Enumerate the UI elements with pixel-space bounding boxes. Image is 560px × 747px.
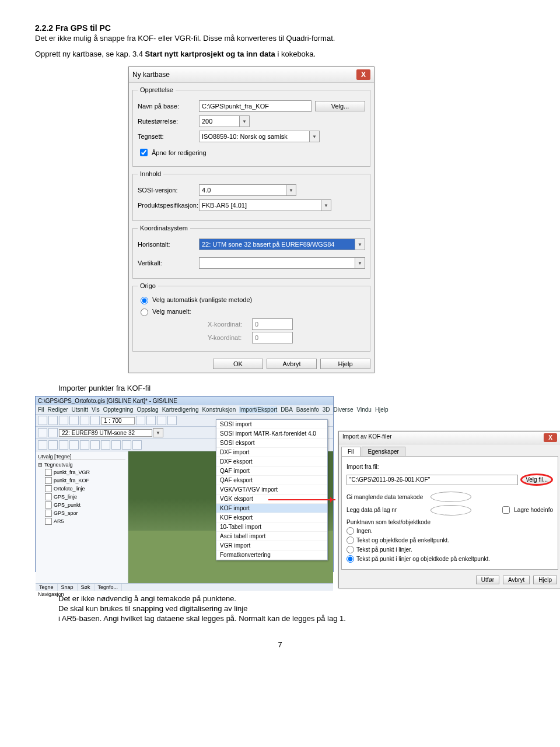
field-temakode[interactable] [430, 492, 471, 502]
checkbox-apne-redigering[interactable] [140, 149, 148, 156]
tree-item[interactable]: GPS_punkt [54, 502, 80, 508]
field-produktspesifikasjon[interactable]: FKB-AR5 [4.01] [199, 199, 321, 211]
radio-ingen[interactable] [346, 527, 354, 535]
toolbar-icon[interactable] [38, 428, 47, 437]
status-tegninfo[interactable]: Tegnfo... [94, 584, 123, 591]
tab-fil[interactable]: Fil [341, 447, 360, 456]
menu-item-qaf-import[interactable]: QAF import [216, 467, 327, 476]
chevron-down-icon[interactable]: ▼ [355, 239, 365, 250]
menu-konstruksjon[interactable]: Konstruksjon [202, 406, 236, 413]
radio-velg-automatisk[interactable] [141, 297, 148, 304]
scale-field[interactable]: 1 : 700 [101, 417, 135, 425]
toolbar-icon[interactable] [48, 416, 58, 425]
radio-tekst-objektkode[interactable] [346, 536, 354, 544]
checkbox-lagre-hodeinfo[interactable] [502, 506, 510, 514]
field-rutestorrelse[interactable]: 200 [199, 115, 240, 127]
chevron-down-icon[interactable]: ▼ [239, 115, 250, 127]
search-icon[interactable] [167, 416, 177, 425]
toolbar-icon[interactable] [122, 440, 131, 450]
toolbar-icon[interactable] [136, 416, 145, 425]
field-lag-nr[interactable] [430, 505, 471, 515]
menu-diverse[interactable]: Diverse [334, 406, 354, 413]
menu-item-10tabell-import[interactable]: 10-Tabell import [216, 522, 327, 532]
menu-baseinfo[interactable]: Baseinfo [296, 406, 319, 413]
hjelp-button[interactable]: Hjelp [533, 576, 557, 584]
chevron-down-icon[interactable]: ▼ [309, 131, 320, 142]
chevron-down-icon[interactable]: ▼ [321, 199, 331, 211]
tree-item[interactable]: punkt_fra_KOF [54, 478, 89, 483]
velg-fil-button[interactable]: Velg fil... [520, 474, 553, 486]
menu-3d[interactable]: 3D [323, 406, 330, 413]
menu-item-sosi-import-matr[interactable]: SOSI import MATR-Kart-forenklet 4.0 [216, 429, 327, 439]
status-sok[interactable]: Søk [78, 584, 94, 591]
toolbar-icon[interactable] [69, 416, 79, 425]
radio-velg-manuelt[interactable] [141, 308, 148, 316]
tree-item[interactable]: GPS_linje [54, 494, 77, 500]
radio-tekst-linjer[interactable] [346, 546, 354, 553]
ok-button[interactable]: OK [213, 359, 263, 369]
menu-item-vgk-import[interactable]: VGK/VGT/VGV import [216, 485, 327, 495]
menu-vindu[interactable]: Vindu [356, 406, 371, 413]
field-navn[interactable]: C:\GPS\punkt_fra_KOF [199, 100, 312, 112]
menu-item-dxf-import[interactable]: DXF import [216, 448, 327, 457]
menu-dba[interactable]: DBA [281, 406, 293, 413]
menu-vis[interactable]: Vis [92, 406, 100, 413]
velg-button[interactable]: Velg... [315, 101, 365, 111]
toolbar-icon[interactable] [146, 416, 156, 425]
chevron-down-icon[interactable]: ▼ [355, 257, 365, 269]
menu-kartredigering[interactable]: Kartredigering [162, 406, 199, 413]
toolbar-icon[interactable] [157, 416, 166, 425]
utfor-button[interactable]: Utfør [476, 576, 499, 584]
toolbar-icon[interactable] [111, 440, 121, 450]
menu-rediger[interactable]: Rediger [48, 406, 68, 413]
avbryt-button[interactable]: Avbryt [503, 576, 530, 584]
menu-item-ascii-import[interactable]: Ascii tabell import [216, 532, 327, 541]
close-icon[interactable]: X [356, 69, 370, 80]
menu-oppslag[interactable]: Oppslag [136, 406, 158, 413]
toolbar-icon[interactable] [90, 440, 100, 450]
field-vertikalt[interactable] [199, 257, 355, 269]
toolbar-icon[interactable] [80, 440, 89, 450]
toolbar-icon[interactable] [132, 440, 142, 450]
menu-item-vgr-import[interactable]: VGR import [216, 541, 327, 550]
menu-item-sosi-import[interactable]: SOSI import [216, 420, 327, 429]
tree-item[interactable]: Ortofoto_linje [54, 486, 85, 492]
menu-item-kof-eksport[interactable]: KOF eksport [216, 513, 327, 522]
menu-item-dxf-eksport[interactable]: DXF eksport [216, 457, 327, 467]
menu-hjelp[interactable]: Hjelp [375, 406, 388, 413]
toolbar-icon[interactable] [59, 416, 68, 425]
tab-egenskaper[interactable]: Egenskaper [362, 447, 405, 456]
status-snap[interactable]: Snap [58, 584, 78, 591]
toolbar-icon[interactable] [59, 440, 68, 450]
menu-item-kof-import[interactable]: KOF import [216, 504, 327, 513]
menu-opptegning[interactable]: Opptegning [103, 406, 134, 413]
avbryt-button[interactable]: Avbryt [267, 359, 317, 369]
menu-item-formatkonvertering[interactable]: Formatkonvertering [216, 550, 327, 560]
toolbar-icon[interactable] [101, 440, 110, 450]
field-tegnsett[interactable]: ISO8859-10: Norsk og samisk [199, 131, 310, 142]
chevron-down-icon[interactable]: ▼ [153, 428, 163, 437]
close-icon[interactable]: X [544, 433, 557, 442]
status-tegne[interactable]: Tegne [36, 584, 58, 591]
field-horisontalt[interactable]: 22: UTM sone 32 basert på EUREF89/WGS84 [199, 239, 355, 250]
tree-item[interactable]: GPS_spor [54, 510, 78, 516]
toolbar-icon[interactable] [80, 416, 89, 425]
menu-fil[interactable]: Fil [38, 406, 44, 413]
menu-utsnitt[interactable]: Utsnitt [72, 406, 88, 413]
tab-navigasjon[interactable]: Navigasjon [36, 591, 333, 598]
hjelp-button[interactable]: Hjelp [320, 359, 370, 369]
toolbar-icon[interactable] [69, 440, 79, 450]
toolbar-icon[interactable] [38, 416, 47, 425]
tree-item[interactable]: punkt_fra_VGR [54, 469, 90, 475]
coord-field[interactable]: 22: EUREF89 UTM-sone 32 [59, 429, 152, 437]
menu-item-qaf-eksport[interactable]: QAF eksport [216, 476, 327, 485]
toolbar-icon[interactable] [90, 416, 100, 425]
chevron-down-icon[interactable]: ▼ [286, 184, 296, 196]
tree-root[interactable]: Tegneutvalg [44, 462, 73, 468]
radio-tekst-linjer-objektkode[interactable] [346, 555, 354, 563]
toolbar-icon[interactable] [48, 440, 58, 450]
menu-item-sosi-eksport[interactable]: SOSI eksport [216, 439, 327, 448]
toolbar-icon[interactable] [48, 428, 58, 437]
field-import-fil[interactable]: "C:\GPS\2011-09-26-001.KOF" [346, 475, 518, 485]
menu-import-eksport[interactable]: Import/Eksport [239, 406, 277, 413]
